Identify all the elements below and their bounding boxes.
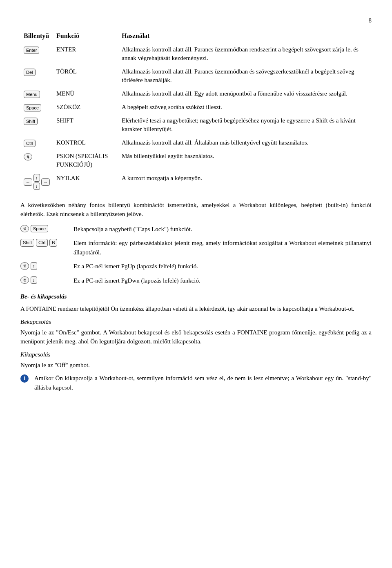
combo-row-pgup: ↯ ↑ Ez a PC-nél ismert PgUp (lapozás fel… [20,262,372,271]
combo-row-pgdn: ↯ ↓ Ez a PC-nél ismert PgDwn (lapozás le… [20,276,372,285]
table-row: ↯ PSION (SPECIÁLIS FUNKCIÓJÚ) Más billen… [20,149,372,172]
key-cell-del: Del [20,65,53,87]
up-key-combo3: ↑ [31,262,37,270]
table-row: Ctrl KONTROL Alkalmazás kontroll alatt á… [20,136,372,149]
col-header-key: Billentyű [20,29,53,43]
b-key-combo2: B [49,239,57,246]
combo-keys-capslock: ↯ Space [20,225,74,232]
use-cell-arrows: A kurzort mozgatja a képernyőn. [118,172,372,192]
ctrl-key-combo2: Ctrl [36,239,48,246]
func-cell-menu: MENÜ [53,87,118,100]
use-cell-psion: Más billentyűkkel együtt használatos. [118,149,372,172]
key-cell-space: Space [20,100,53,114]
combo-keys-pgup: ↯ ↑ [20,262,74,270]
del-key: Del [24,69,36,76]
use-cell-del: Alkalmazás kontroll alatt áll. Parancs ü… [118,65,372,87]
right-arrow-key: → [41,178,50,186]
psion-key-combo4: ↯ [20,276,29,284]
combo-desc-pgdn: Ez a PC-nél ismert PgDwn (lapozás lefelé… [74,276,372,285]
arrow-group: ↑ ↓ [33,174,40,190]
section-heading-bekapcsolas: Be- és kikapcsolás [20,292,372,301]
key-cell-ctrl: Ctrl [20,136,53,149]
section-intro-text: A FONTAINE rendszer telepítőjétől Ön üze… [20,304,372,314]
func-cell-del: TÖRÖL [53,65,118,87]
space-key-combo1: Space [31,225,48,232]
combo-keys-eleminfo: Shift Ctrl B [20,238,74,246]
use-cell-shift: Elérhetővé teszi a nagybetűket; nagybetű… [118,114,372,136]
func-cell-ctrl: KONTROL [53,136,118,149]
combo-row-eleminfo: Shift Ctrl B Elem információ: egy párbes… [20,238,372,257]
table-row: Shift SHIFT Elérhetővé teszi a nagybetűk… [20,114,372,136]
key-cell-enter: Enter [20,43,53,65]
use-cell-space: A begépelt szöveg sorába szóközt illeszt… [118,100,372,114]
use-cell-ctrl: Alkalmazás kontroll alatt áll. Általában… [118,136,372,149]
combo-section: ↯ Space Bekapcsolja a nagybetű ("Caps Lo… [20,225,372,285]
keyboard-table: Billentyű Funkció Használat Enter ENTER … [20,29,372,192]
down-arrow-key: ↓ [33,183,40,190]
shift-key: Shift [24,118,38,125]
func-cell-enter: ENTER [53,43,118,65]
func-cell-shift: SHIFT [53,114,118,136]
ctrl-key: Ctrl [24,140,36,147]
key-cell-shift: Shift [20,114,53,136]
note-text: Amikor Ön kikapcsolja a Workabout-ot, se… [34,374,372,392]
shift-key-combo2: Shift [20,239,34,246]
table-row: ← ↑ ↓ → NYILAK A kurzort mozgatja a képe… [20,172,372,192]
up-arrow-key: ↑ [33,174,40,181]
left-arrow-key: ← [24,178,32,186]
func-cell-space: SZÓKÖZ [53,100,118,114]
psion-key-combo3: ↯ [20,262,29,270]
bekapcsolas-text: Nyomja le az "On/Esc" gombot. A Workabou… [20,328,372,346]
enter-key: Enter [24,47,39,54]
psion-key: ↯ [24,153,32,160]
kikapcsolas-text: Nyomja le az "Off" gombot. [20,361,372,370]
table-row: Space SZÓKÖZ A begépelt szöveg sorába sz… [20,100,372,114]
sub-heading-kikapcsolas: Kikapcsolás [20,350,372,359]
info-icon-container: i [20,374,32,382]
menu-key: Menu [24,91,40,98]
col-header-func: Funkció [53,29,118,43]
table-row: Del TÖRÖL Alkalmazás kontroll alatt áll.… [20,65,372,87]
combo-desc-pgup: Ez a PC-nél ismert PgUp (lapozás felfelé… [74,262,372,271]
space-key: Space [24,104,41,111]
down-key-combo4: ↓ [31,276,37,284]
combo-desc-eleminfo: Elem információ: egy párbeszédablakot je… [74,238,372,257]
key-cell-psion: ↯ [20,149,53,172]
key-cell-arrows: ← ↑ ↓ → [20,172,53,192]
note-row: i Amikor Ön kikapcsolja a Workabout-ot, … [20,374,372,392]
use-cell-menu: Alkalmazás kontroll alatt áll. Egy adott… [118,87,372,100]
table-row: Enter ENTER Alkalmazás kontroll alatt ál… [20,43,372,65]
func-cell-psion: PSION (SPECIÁLIS FUNKCIÓJÚ) [53,149,118,172]
combo-desc-capslock: Bekapcsolja a nagybetű ("Caps Lock") fun… [74,225,372,234]
combo-row-capslock: ↯ Space Bekapcsolja a nagybetű ("Caps Lo… [20,225,372,234]
func-cell-arrows: NYILAK [53,172,118,192]
key-cell-menu: Menu [20,87,53,100]
page-number: 8 [20,16,372,25]
intro-paragraph: A következőkben néhány fontos billentyű … [20,200,372,219]
sub-heading-bekapcsolas: Bekapcsolás [20,318,372,326]
combo-keys-pgdn: ↯ ↓ [20,276,74,284]
info-circle-icon: i [20,374,29,383]
psion-key-combo1: ↯ [20,225,29,232]
table-row: Menu MENÜ Alkalmazás kontroll alatt áll.… [20,87,372,100]
col-header-use: Használat [118,29,372,43]
use-cell-enter: Alkalmazás kontroll alatt áll. Parancs ü… [118,43,372,65]
